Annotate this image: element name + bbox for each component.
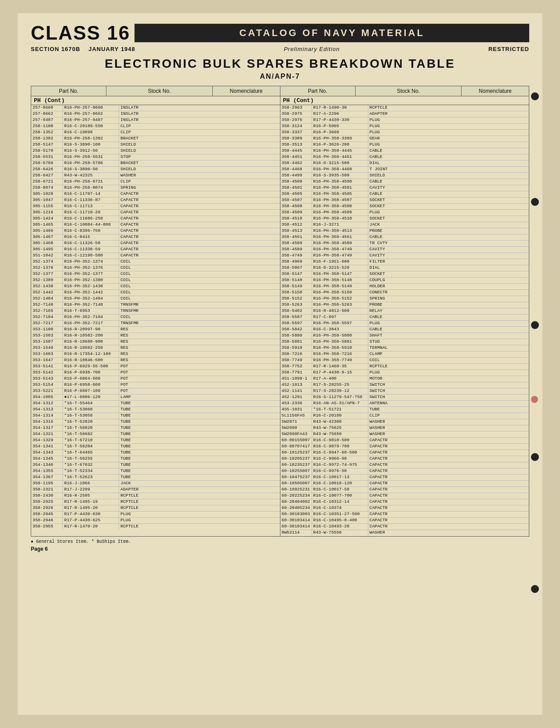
cell-stock-no: R16-C-10312-14 [312,499,368,505]
cell-nomenclature: CLIP [119,179,150,185]
cell-part-no: 358-4969 [280,259,312,265]
cell-stock-no: R16-PH-358-5263 [312,302,368,308]
section-info: SECTION 1670B JANUARY 1948 [31,46,135,52]
table-row: 354-1316 *16-T-52820 TUBE [31,419,280,425]
cell-nomenclature: RES [119,358,150,363]
cell-nomenclature: PROBE [368,228,399,234]
cell-part-no: 258-6721 [31,179,63,185]
table-row: 358-2945 R17-P-4430-630 PLUG [31,512,280,518]
cell-stock-no: R16-C-9810-500 [312,438,368,443]
cell-stock-no: R16-P-6897-100 [63,388,119,394]
cell-nomenclature: CABLE [368,191,399,197]
cell-part-no: 5W2071 [280,419,312,425]
table-row: 353-5143 R16-P-6864-500 POT [31,376,280,382]
table-row: 352-1484 R16-PH-352-1484 COIL [31,296,280,302]
cell-part-no: 358-5263 [280,302,312,308]
table-row: 452-1201 R16-S-11279-547-750 SWITCH [280,395,529,401]
cell-part-no: 258-5147 [31,142,63,148]
cell-nomenclature: POT [119,388,150,394]
cell-stock-no: R16-PH-358-4505 [312,191,368,197]
table-row: 358-2430 R16-R-2505 RCPTCLE [31,493,280,499]
cell-stock-no: R16-P-3626-200 [312,142,368,148]
cell-part-no: 354-1316 [31,419,63,425]
table-row: 455-1031 *16-T-51721 TUBE [280,407,529,413]
cell-nomenclature: COIL [119,284,150,289]
binding-dot-pink [531,396,538,403]
table-row: 358-3124 R16-P-5005 PLUG [280,124,529,130]
cell-stock-no: R16-PH-257-8662 [63,111,119,117]
cell-nomenclature: TUBE [119,475,150,480]
table-row: 258-5170 R16-S-3912-50 SHIELD [31,148,280,154]
binding-dot-4 [531,453,539,461]
cell-stock-no: R16-PH-358-4507 [312,198,368,203]
cell-nomenclature: SWITCH [368,395,399,400]
cell-stock-no: R17-J-2299 [63,487,119,493]
cell-stock-no: R17-S-28239-12 [312,388,368,394]
cell-nomenclature: TUBE [119,450,150,456]
cell-nomenclature: SHIELD [119,142,150,148]
table-row: 60-10125237 R16-C-9947-60-500 CAPACTR [280,450,529,456]
cell-nomenclature: POT [119,370,150,376]
cell-stock-no: R16-P-6864-500 [63,376,119,382]
cell-part-no: 257-8660 [31,105,63,111]
table-row: 358-5152 R16-PH-358-5152 SPRING [280,296,529,302]
cell-stock-no: R16-PH-258-8074 [63,185,119,191]
cell-part-no: 60-30103414 [280,518,312,523]
cell-stock-no: R16-AN-AS-31/APN-7 [312,401,368,406]
cell-nomenclature: INSLATR [119,117,150,123]
cell-stock-no: R16-C-10017-13 [312,475,368,480]
table-row: 305-1495 R16-C-11338-59 CAPACTR [31,247,280,253]
cell-stock-no: R16-PH-358-4445 [312,148,368,154]
table-row: 305-1028 R16-C-11707-14 CAPACTR [31,191,280,198]
table-row: 352-1442 R16-PH-352-1442 COIL [31,290,280,296]
cell-nomenclature: SHAFT [368,333,399,339]
cell-part-no: 305-1495 [31,247,63,252]
table-row: 358-4509 R16-PH-358-4509 PLUG [280,210,529,216]
cell-part-no: 353-1507 [31,339,63,345]
cell-part-no: 358-2945 [31,512,63,517]
table-row: 354-1321 *16-T-56682 TUBE [31,432,280,438]
th-stock-no2: Stock No. [356,86,462,96]
cell-stock-no: R16-S-3890-100 [63,142,119,148]
cell-nomenclature: RCPTCLE [119,499,150,505]
cell-nomenclature: CAPACTR [119,234,150,240]
cell-part-no: 5W2090FA43 [280,432,312,437]
cell-stock-no: R16-C-10495-8-400 [312,518,368,523]
sub-title: AN/APN-7 [31,73,529,80]
cell-stock-no: R17-R-1490-30 [312,105,368,111]
cell-part-no: 5L1156FA5 [280,413,312,419]
cell-part-no: 258-5786 [31,161,63,166]
cell-nomenclature: BRACKET [119,161,150,166]
cell-stock-no: R16-PH-358-5150 [312,290,368,296]
cell-stock-no: *16-T-67210 [63,438,119,443]
cell-part-no: 358-2321 [31,487,63,493]
cell-part-no: 354-1341 [31,444,63,450]
cell-part-no: 258-1100 [31,124,63,129]
table-row: 305-1424 R16-C-11686-250 CAPACTR [31,216,280,222]
cell-stock-no: R16-PH-358-3389 [312,136,368,142]
cell-stock-no: R16-PH-358-4510 [312,216,368,222]
page-title: ELECTRONIC BULK SPARES BREAKDOWN TABLE [31,57,529,71]
table-row: 358-4505 R16-PH-358-4505 CABLE [280,191,529,198]
cell-stock-no: *16-T-52820 [63,419,119,425]
table-row: 453-2336 R16-AN-AS-31/APN-7 ANTENNA [280,401,529,407]
cell-stock-no: R16-PH-358-4749 [312,253,368,259]
binding-dot-2 [531,198,539,206]
restricted-label: RESTRICTED [488,46,529,52]
table-header-row: Part No. Stock No. Nomenclature Part No.… [31,86,529,96]
table-row: 358-5842 R16-C-3843 CABLE [280,327,529,333]
cell-part-no: 358-4468 [280,167,312,172]
table-row: 358-4512 R16-J-3271 JACK [280,222,529,228]
cell-nomenclature: COIL [119,278,150,283]
data-rows-wrapper: 257-8660 R16-PH-257-8660 INSLATR 257-866… [31,105,529,536]
table-row: 60-30103414 R16-C-10493-20 CAPACTR [280,524,529,530]
table-row: 358-4561 R16-PH-358-4561 CABLE [280,234,529,241]
cell-stock-no: R16-R-2505 [63,493,119,499]
cell-stock-no: R16-F-1951-600 [312,259,368,265]
table-row: 352-7148 R16-PH-352-7148 TRNSFMR [31,302,280,308]
table-row: 60-20225234 R16-C-10077-700 CAPACTR [280,493,529,499]
header-sub: SECTION 1670B JANUARY 1948 Preliminary E… [31,46,529,52]
table-row: 258-6427 R43-W-42325 WASHER [31,173,280,179]
cell-nomenclature: COIL [119,271,150,277]
table-row: 60-30103414 R16-C-10495-8-400 CAPACTR [280,518,529,524]
